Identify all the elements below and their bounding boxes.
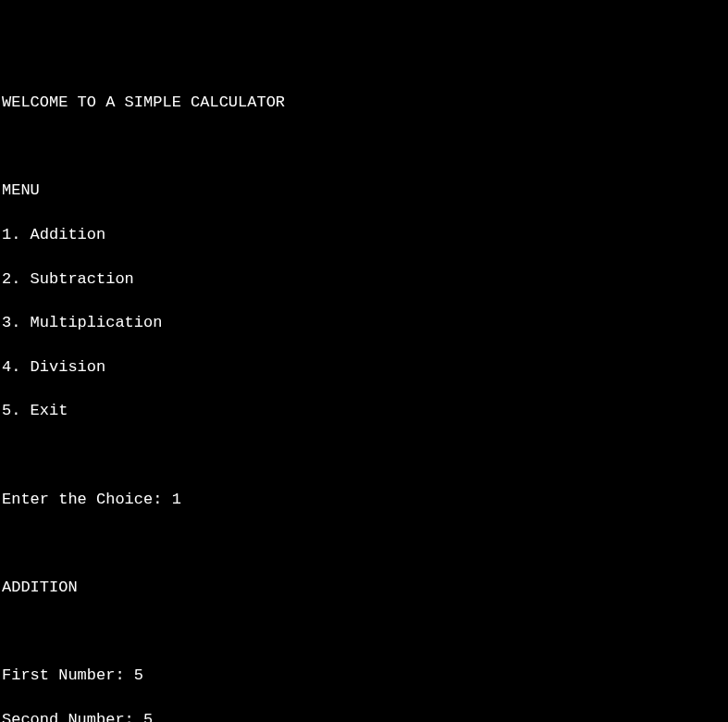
first-number-label: First Number: xyxy=(2,666,134,684)
choice-input-value[interactable]: 1 xyxy=(172,491,181,508)
choice-prompt-line: Enter the Choice: 1 xyxy=(2,489,726,511)
blank-line xyxy=(2,136,726,158)
menu-item: 1. Addition xyxy=(2,224,726,246)
menu-item: 5. Exit xyxy=(2,400,726,422)
choice-prompt-label: Enter the Choice: xyxy=(2,491,172,508)
second-number-value[interactable]: 5 xyxy=(143,711,153,723)
menu-item: 4. Division xyxy=(2,356,726,379)
blank-line xyxy=(2,444,726,467)
operation-header: ADDITION xyxy=(2,577,726,599)
menu-item: 2. Subtraction xyxy=(2,268,726,291)
blank-line xyxy=(2,532,726,554)
second-number-label: Second Number: xyxy=(2,711,143,723)
blank-line xyxy=(2,620,726,642)
menu-item: 3. Multiplication xyxy=(2,312,726,334)
first-number-value[interactable]: 5 xyxy=(134,666,143,684)
second-number-line: Second Number: 5 xyxy=(2,709,726,723)
menu-header: MENU xyxy=(2,180,726,202)
first-number-line: First Number: 5 xyxy=(2,665,726,687)
welcome-title: WELCOME TO A SIMPLE CALCULATOR xyxy=(2,92,726,114)
